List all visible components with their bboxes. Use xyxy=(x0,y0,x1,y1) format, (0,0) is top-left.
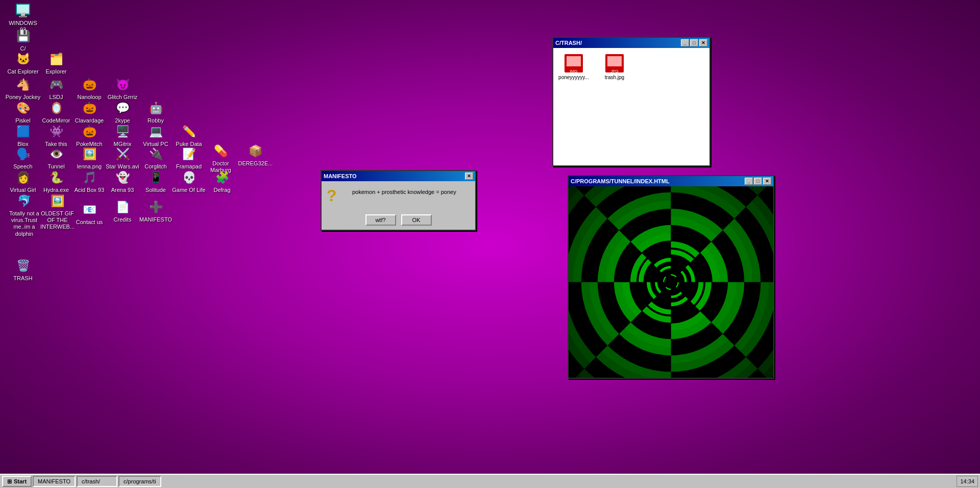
close-button[interactable]: ✕ xyxy=(699,39,707,46)
icon-robby[interactable]: 🤖 Robby xyxy=(138,100,174,124)
clock-time: 14:34 xyxy=(960,478,974,484)
icon-label: TRASH xyxy=(13,275,32,282)
icon-arena-93[interactable]: 👻 Arena 93 xyxy=(105,169,140,193)
start-icon: ⊞ xyxy=(7,478,12,485)
maximize-button[interactable]: □ xyxy=(690,39,698,46)
explorer-icon: 🗂️ xyxy=(48,51,64,67)
icon-oldest-gif[interactable]: 🖼️ OLDEST GIF OF THE INTERWEB... xyxy=(38,193,77,231)
icon-label: OLDEST GIF OF THE INTERWEB... xyxy=(38,210,77,231)
icon-dereg32e[interactable]: 📦 DEREG32E... xyxy=(236,143,275,167)
icon-label: Defrag xyxy=(213,187,230,193)
contact-us-icon: 📧 xyxy=(81,202,97,218)
icon-acid-box-93[interactable]: 🎵 Acid Box 93 xyxy=(71,169,107,193)
icon-virtual-pc[interactable]: 💻 Virtual PC xyxy=(138,124,174,148)
icon-star-wars-avi[interactable]: ⚔️ Star Wars.avi xyxy=(105,146,140,170)
tunnel-titlebar-buttons: _ □ ✕ xyxy=(745,178,771,185)
icon-contact-us[interactable]: 📧 Contact us xyxy=(71,202,107,226)
icon-totally-not-virus[interactable]: 🐬 Totally not a virus.Trust me..im a dol… xyxy=(5,193,43,237)
taskbar-trash[interactable]: c/trash/ xyxy=(77,476,117,487)
icon-2kype[interactable]: 💬 2kype xyxy=(105,100,140,124)
icon-explorer[interactable]: 🗂️ Explorer xyxy=(38,51,74,75)
c-drive-icon: 💾 xyxy=(15,28,31,44)
tunnel-window: C/PROGRAMS/TUNNEL/INDEX.HTML _ □ ✕ xyxy=(568,175,774,379)
icon-blox[interactable]: 🟦 Blox xyxy=(5,124,41,148)
icon-solitude[interactable]: 📱 Solitude xyxy=(138,169,174,193)
icon-mgitrix[interactable]: 🖥️ MGitrix xyxy=(105,124,140,148)
icon-nanoloop[interactable]: 🎃 Nanoloop xyxy=(71,77,107,101)
tunnel-close-button[interactable]: ✕ xyxy=(763,178,771,185)
trash-titlebar[interactable]: C/TRASH/ _ □ ✕ xyxy=(553,38,709,48)
icon-label: Arena 93 xyxy=(111,187,134,193)
taskbar-manifesto[interactable]: MANIFESTO xyxy=(33,476,76,487)
glitch-grrriz-icon: 😈 xyxy=(114,77,131,93)
tunnel-icon: 👁️ xyxy=(48,146,64,162)
icon-credits[interactable]: 📄 Credits xyxy=(105,199,140,223)
manifesto-action-buttons: wtf? OK xyxy=(322,210,475,230)
blox-icon: 🟦 xyxy=(15,124,31,140)
icon-label: DEREG32E... xyxy=(238,160,273,167)
icon-lenna-png[interactable]: 🖼️ lenna.png xyxy=(71,146,107,170)
icon-clavardage[interactable]: 🎃 Clavardage xyxy=(71,100,107,124)
tunnel-titlebar[interactable]: C/PROGRAMS/TUNNEL/INDEX.HTML _ □ ✕ xyxy=(569,176,773,186)
icon-cat-explorer[interactable]: 🐱 Cat Explorer xyxy=(5,51,41,75)
svg-rect-10 xyxy=(607,56,622,66)
minimize-button[interactable]: _ xyxy=(681,39,689,46)
poney-file-icon: IMG xyxy=(564,53,584,74)
taskbar-manifesto-label: MANIFESTO xyxy=(38,478,70,484)
virtual-pc-icon: 💻 xyxy=(148,124,164,140)
pokematch-icon: 🎃 xyxy=(81,124,97,140)
icon-piskel[interactable]: 🎨 Piskel xyxy=(5,100,41,124)
icon-lsdj[interactable]: 🎮 LSDJ xyxy=(38,77,74,101)
icon-poney-jockey[interactable]: 🐴 Poney Jockey xyxy=(5,77,41,101)
start-button[interactable]: ⊞ Start xyxy=(2,476,32,487)
defrag-icon: 🧩 xyxy=(214,169,230,186)
wtf-button[interactable]: wtf? xyxy=(365,214,396,226)
icon-speech[interactable]: 🗣️ Speech xyxy=(5,146,41,170)
icon-trash[interactable]: 🗑️ TRASH xyxy=(5,258,41,282)
question-icon: ? xyxy=(327,186,347,205)
clavardage-icon: 🎃 xyxy=(81,100,97,116)
icon-pokematch[interactable]: 🎃 PokeMitch xyxy=(71,124,107,148)
taskbar-programs[interactable]: c/programs/ti xyxy=(118,476,161,487)
icon-defrag[interactable]: 🧩 Defrag xyxy=(204,169,240,193)
taskbar: ⊞ Start MANIFESTO c/trash/ c/programs/ti… xyxy=(0,474,980,488)
trash-window-title: C/TRASH/ xyxy=(555,40,681,46)
tunnel-maximize-button[interactable]: □ xyxy=(754,178,762,185)
icon-manifesto[interactable]: ➕ MANIFESTO xyxy=(138,199,174,223)
virtual-girl-icon: 👩 xyxy=(15,169,31,186)
icon-hydra-exe[interactable]: 🐍 Hydra.exe xyxy=(38,169,74,193)
icon-c-drive[interactable]: 💾 C/ xyxy=(5,28,41,52)
start-label: Start xyxy=(14,478,27,484)
tunnel-canvas xyxy=(569,186,773,378)
tunnel-minimize-button[interactable]: _ xyxy=(745,178,753,185)
icon-game-of-life[interactable]: 💀 Game Of Life xyxy=(171,169,207,193)
icon-take-this[interactable]: 👾 Take this xyxy=(38,124,74,148)
trash-icon: 🗑️ xyxy=(15,258,31,274)
manifesto-titlebar[interactable]: MANIFESTO ✕ xyxy=(322,171,475,181)
svg-text:JPG: JPG xyxy=(610,69,619,74)
speech-icon: 🗣️ xyxy=(15,146,31,162)
ok-button[interactable]: OK xyxy=(401,214,432,226)
manifesto-dialog: MANIFESTO ✕ ? pokemon + prosthetic knowl… xyxy=(321,170,476,231)
cat-explorer-icon: 🐱 xyxy=(15,51,31,67)
mgitrix-icon: 🖥️ xyxy=(114,124,131,140)
trash-window: C/TRASH/ _ □ ✕ IMG poneyyyyyy... xyxy=(552,37,710,166)
trash-jpg-name: trash.jpg xyxy=(605,75,624,80)
trash-jpg-icon: JPG xyxy=(604,53,625,74)
oldest-gif-icon: 🖼️ xyxy=(50,193,66,209)
manifesto-close-button[interactable]: ✕ xyxy=(465,173,473,180)
icon-label: Credits xyxy=(114,216,132,223)
trash-file-trash-jpg[interactable]: JPG trash.jpg xyxy=(599,53,630,160)
icon-tunnel[interactable]: 👁️ Tunnel xyxy=(38,146,74,170)
icon-corglitch[interactable]: 🔌 Corglitch xyxy=(138,146,174,170)
trash-file-poney[interactable]: IMG poneyyyyyy... xyxy=(558,53,589,160)
icon-virtual-girl[interactable]: 👩 Virtual Girl xyxy=(5,169,41,193)
solitude-icon: 📱 xyxy=(148,169,164,186)
icon-glitch-grrriz[interactable]: 😈 Glitch Grrriz xyxy=(105,77,140,101)
icon-label: Game Of Life xyxy=(172,187,205,193)
codemirror-icon: 🪞 xyxy=(48,100,64,116)
tunnel-window-title: C/PROGRAMS/TUNNEL/INDEX.HTML xyxy=(571,178,745,184)
doctor-marburg-icon: 💊 xyxy=(213,143,229,159)
icon-codemirror[interactable]: 🪞 CodeMirror xyxy=(38,100,74,124)
2kype-icon: 💬 xyxy=(114,100,131,116)
